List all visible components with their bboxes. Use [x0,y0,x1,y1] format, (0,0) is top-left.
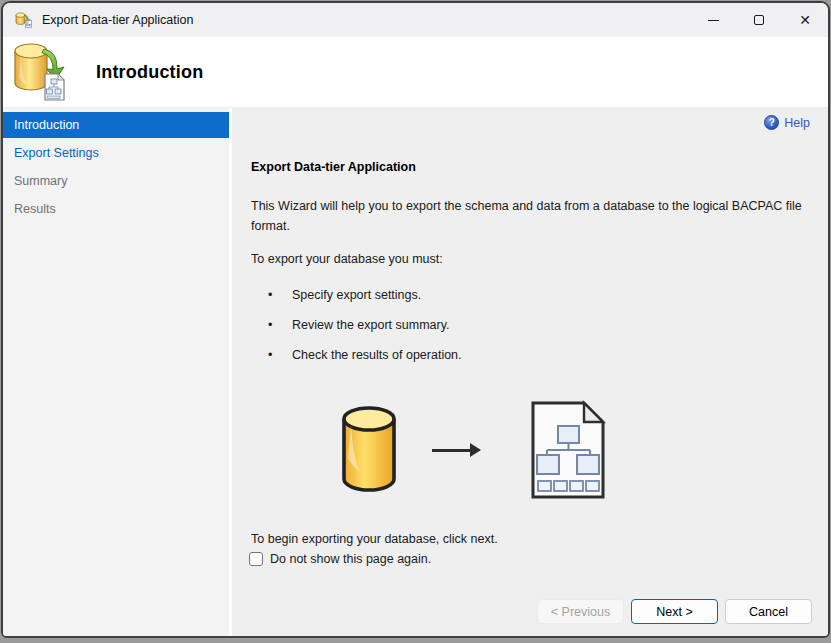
bullet-item: Specify export settings. [232,280,462,310]
sidebar: Introduction Export Settings Summary Res… [3,108,229,636]
sidebar-item-label: Export Settings [14,146,99,160]
content-pane: ? Help Export Data-tier Application This… [232,108,828,636]
arrow-right-icon [432,443,481,457]
sidebar-item-label: Introduction [14,118,79,132]
close-icon: ✕ [799,13,811,27]
database-export-icon [12,41,70,103]
wizard-header: Introduction [3,37,828,108]
sidebar-item-introduction[interactable]: Introduction [3,112,229,138]
maximize-icon [754,15,764,25]
dont-show-again-checkbox[interactable] [249,552,263,566]
help-icon: ? [764,115,779,130]
next-button[interactable]: Next > [631,599,718,624]
page-title: Introduction [96,62,203,83]
help-link[interactable]: ? Help [764,115,810,130]
bullet-item: Review the export summary. [232,310,462,340]
database-cylinder-icon [340,405,398,495]
intro-paragraph: This Wizard will help you to export the … [251,196,811,236]
help-label: Help [784,116,810,130]
content-heading: Export Data-tier Application [251,160,416,174]
minimize-icon [708,20,719,21]
wizard-window: Export Data-tier Application ✕ [1,1,830,638]
main-area: Introduction Export Settings Summary Res… [3,108,828,636]
bacpac-file-icon [529,400,607,500]
bullet-item: Check the results of operation. [232,340,462,370]
requirements-text: To export your database you must: [251,252,443,266]
export-data-tier-app-icon [15,12,33,28]
button-row: < Previous Next > Cancel [537,599,812,624]
begin-text: To begin exporting your database, click … [251,532,498,546]
sidebar-item-summary: Summary [3,168,229,194]
bullet-list: Specify export settings. Review the expo… [232,280,462,370]
sidebar-item-results: Results [3,196,229,222]
export-graphic [340,394,700,506]
titlebar[interactable]: Export Data-tier Application ✕ [3,3,828,37]
maximize-button[interactable] [736,3,782,37]
minimize-button[interactable] [690,3,736,37]
dont-show-again-row: Do not show this page again. [249,552,431,566]
previous-button[interactable]: < Previous [537,599,624,624]
close-button[interactable]: ✕ [782,3,828,37]
sidebar-item-label: Results [14,202,56,216]
checkbox-label: Do not show this page again. [270,552,431,566]
sidebar-item-label: Summary [14,174,67,188]
sidebar-item-export-settings[interactable]: Export Settings [3,140,229,166]
cancel-button[interactable]: Cancel [725,599,812,624]
window-title: Export Data-tier Application [42,13,690,27]
